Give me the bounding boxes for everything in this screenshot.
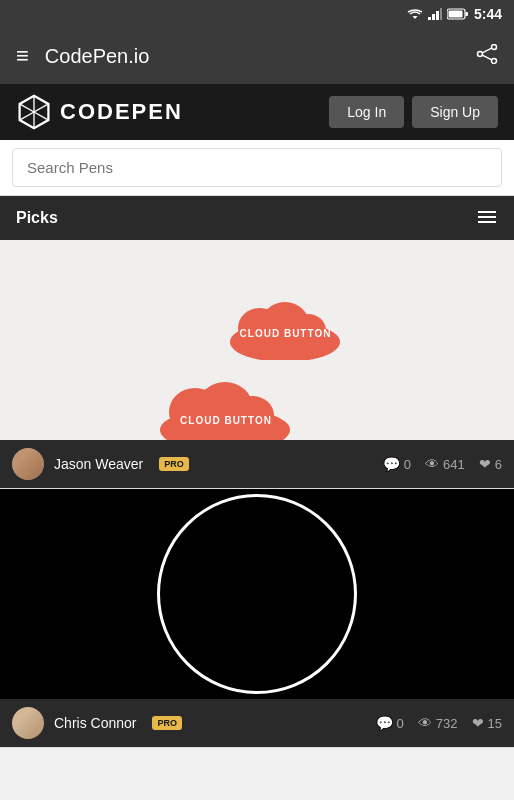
picks-title: Picks: [16, 209, 58, 227]
comments-stat-1: 💬 0: [383, 456, 411, 472]
search-input[interactable]: [12, 148, 502, 187]
card-1-preview[interactable]: CLOUD BUTTON CLOUD BUTTON: [0, 240, 514, 440]
card-1-footer: Jason Weaver PRO 💬 0 👁 641 ❤ 6: [0, 440, 514, 488]
comment-icon-2: 💬: [376, 715, 393, 731]
wifi-icon: [407, 8, 423, 20]
comment-count-1: 0: [404, 457, 411, 472]
svg-line-12: [482, 55, 491, 60]
cloud-btn-2-wrapper: CLOUD BUTTON: [150, 370, 300, 440]
views-count-2: 732: [436, 716, 458, 731]
circle-animation: [157, 494, 357, 694]
svg-rect-3: [436, 11, 439, 20]
likes-icon-1: ❤: [479, 456, 491, 472]
card-2-stats: 💬 0 👁 732 ❤ 15: [376, 715, 502, 731]
likes-count-2: 15: [488, 716, 502, 731]
card-2: Chris Connor PRO 💬 0 👁 732 ❤ 15: [0, 489, 514, 748]
likes-count-1: 6: [495, 457, 502, 472]
author-avatar-2: [12, 707, 44, 739]
svg-line-14: [20, 104, 34, 112]
cloud-btn-1-text: CLOUD BUTTON: [238, 328, 333, 339]
svg-rect-4: [440, 8, 442, 20]
comment-count-2: 0: [397, 716, 404, 731]
svg-point-9: [492, 58, 497, 63]
card-2-author[interactable]: Chris Connor PRO: [12, 707, 182, 739]
pro-badge-1: PRO: [159, 457, 189, 471]
pro-badge-2: PRO: [152, 716, 182, 730]
comment-icon-1: 💬: [383, 456, 400, 472]
hamburger-menu-icon[interactable]: ≡: [16, 43, 29, 69]
author-name-2: Chris Connor: [54, 715, 136, 731]
app-bar: ≡ CodePen.io: [0, 28, 514, 84]
battery-icon: [447, 8, 469, 20]
app-bar-left: ≡ CodePen.io: [16, 43, 149, 69]
share-svg: [476, 44, 498, 64]
signup-button[interactable]: Sign Up: [412, 96, 498, 128]
picks-menu-icon[interactable]: [476, 207, 498, 230]
author-avatar-1: [12, 448, 44, 480]
views-stat-2: 👁 732: [418, 715, 458, 731]
picks-header: Picks: [0, 196, 514, 240]
svg-rect-7: [448, 11, 462, 18]
status-bar: 5:44: [0, 0, 514, 28]
cloud-shape-1: [220, 290, 350, 360]
svg-line-17: [34, 112, 48, 120]
share-icon[interactable]: [476, 44, 498, 69]
svg-marker-0: [412, 16, 417, 19]
likes-stat-2: ❤ 15: [472, 715, 502, 731]
card-1: CLOUD BUTTON CLOUD BUTTON Jason Weaver P…: [0, 240, 514, 489]
cloud-button-container: CLOUD BUTTON CLOUD BUTTON: [0, 240, 514, 440]
svg-rect-1: [428, 17, 431, 20]
cloud-btn-2-text: CLOUD BUTTON: [170, 415, 282, 426]
login-button[interactable]: Log In: [329, 96, 404, 128]
svg-point-8: [492, 44, 497, 49]
cloud-shape-2: [150, 370, 300, 440]
views-count-1: 641: [443, 457, 465, 472]
codepen-logo: CODEPEN: [16, 94, 183, 130]
likes-stat-1: ❤ 6: [479, 456, 502, 472]
comments-stat-2: 💬 0: [376, 715, 404, 731]
card-1-author[interactable]: Jason Weaver PRO: [12, 448, 189, 480]
status-icons: 5:44: [407, 6, 502, 22]
card-1-stats: 💬 0 👁 641 ❤ 6: [383, 456, 502, 472]
svg-rect-2: [432, 14, 435, 20]
auth-buttons: Log In Sign Up: [329, 96, 498, 128]
codepen-banner: CODEPEN Log In Sign Up: [0, 84, 514, 140]
codepen-logo-text: CODEPEN: [60, 99, 183, 125]
hamburger-icon: [476, 209, 498, 225]
avatar-img-1: [12, 448, 44, 480]
svg-line-16: [20, 112, 34, 120]
search-container: [0, 140, 514, 196]
likes-icon-2: ❤: [472, 715, 484, 731]
cloud-btn-1-wrapper: CLOUD BUTTON: [220, 290, 350, 364]
card-2-footer: Chris Connor PRO 💬 0 👁 732 ❤ 15: [0, 699, 514, 747]
views-stat-1: 👁 641: [425, 456, 465, 472]
svg-rect-6: [465, 12, 468, 16]
svg-line-15: [34, 104, 48, 112]
author-name-1: Jason Weaver: [54, 456, 143, 472]
app-title: CodePen.io: [45, 45, 150, 68]
signal-icon: [428, 8, 442, 20]
svg-line-11: [482, 48, 491, 53]
views-icon-2: 👁: [418, 715, 432, 731]
card-2-preview[interactable]: [0, 489, 514, 699]
status-time: 5:44: [474, 6, 502, 22]
views-icon-1: 👁: [425, 456, 439, 472]
codepen-logo-icon: [16, 94, 52, 130]
svg-point-10: [478, 51, 483, 56]
